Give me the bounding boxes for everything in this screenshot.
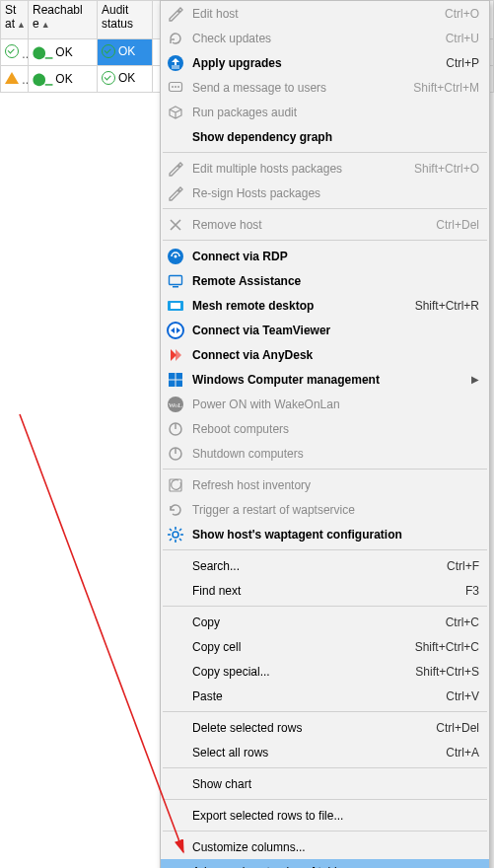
cell-reachable[interactable]: ⬤⎯ OK [29,66,98,93]
svg-point-23 [173,532,178,538]
blank-icon [165,661,186,683]
mesh-icon [165,295,186,317]
col-reachable[interactable]: Reachable▲ [29,1,98,39]
menu-item-find-next[interactable]: Find nextF3 [161,578,489,603]
refresh-icon [165,28,186,49]
svg-line-31 [170,539,172,541]
menu-item-copy[interactable]: CopyCtrl+C [161,610,489,634]
context-menu: Edit hostCtrl+OCheck updatesCtrl+UApply … [160,0,490,868]
svg-rect-7 [170,275,182,284]
menu-separator [163,549,487,550]
menu-item-paste[interactable]: PasteCtrl+V [161,684,489,708]
menu-item-shortcut: Shift+Ctrl+R [415,299,479,313]
menu-item-select-all[interactable]: Select all rowsCtrl+A [161,740,489,764]
menu-item-label: Apply upgrades [192,56,446,70]
menu-item-win-mgmt[interactable]: Windows Computer management▶ [161,367,489,392]
menu-item-shortcut: Ctrl+F [447,559,479,573]
cell-reachable[interactable]: ⬤⎯ OK [29,39,98,66]
menu-item-rdp[interactable]: Connect via RDP [161,244,489,268]
menu-separator [163,469,487,470]
menu-item-refresh-inv[interactable]: Refresh host inventory [161,472,489,497]
svg-rect-13 [176,373,183,380]
power-icon [165,443,186,465]
pencil-icon [165,158,186,180]
menu-item-shortcut: Shift+Ctrl+C [415,640,479,654]
menu-item-delete-rows[interactable]: Delete selected rowsCtrl+Del [161,715,489,740]
svg-rect-10 [171,303,180,309]
header-label: Auditstatus [102,3,133,31]
blank-icon [165,861,186,869]
blank-icon [165,636,186,658]
menu-item-label: Mesh remote desktop [192,299,415,313]
menu-item-shortcut: Ctrl+A [446,746,479,760]
menu-item-label: Connect via AnyDesk [192,348,479,362]
menu-item-copy-cell[interactable]: Copy cellShift+Ctrl+C [161,634,489,659]
anydesk-icon [165,344,186,366]
menu-item-export[interactable]: Export selected rows to file... [161,803,489,828]
inventory-icon [165,474,186,496]
menu-item-teamviewer[interactable]: Connect via TeamViewer [161,318,489,342]
menu-item-show-chart[interactable]: Show chart [161,771,489,796]
menu-item-wol[interactable]: WoLPower ON with WakeOnLan [161,392,489,416]
cell-audit[interactable]: OK [98,39,153,66]
cell-status[interactable]: ... [1,66,29,93]
menu-item-shortcut: Ctrl+Del [436,218,479,232]
menu-item-edit-host[interactable]: Edit hostCtrl+O [161,1,489,26]
menu-item-check-updates[interactable]: Check updatesCtrl+U [161,26,489,50]
menu-item-mesh[interactable]: Mesh remote desktopShift+Ctrl+R [161,293,489,318]
svg-rect-12 [169,373,176,380]
sort-asc-icon: ▲ [41,20,50,30]
menu-item-anydesk[interactable]: Connect via AnyDesk [161,342,489,367]
blank-icon [165,612,186,633]
menu-item-label: Export selected rows to file... [192,809,479,823]
audit-ok-icon [102,71,115,85]
menu-item-shortcut: Shift+Ctrl+O [414,162,479,176]
menu-separator [163,606,487,607]
cell-audit[interactable]: OK [98,66,153,93]
menu-item-agent-config[interactable]: Show host's waptagent configuration [161,522,489,546]
menu-item-advanced-customize[interactable]: Advanced customize of table... [161,859,489,868]
menu-item-shortcut: Shift+Ctrl+S [415,665,479,679]
menu-item-edit-multiple[interactable]: Edit multiple hosts packagesShift+Ctrl+O [161,156,489,181]
menu-item-label: Copy special... [192,665,415,679]
menu-item-label: Show host's waptagent configuration [192,528,479,542]
menu-item-label: Connect via TeamViewer [192,324,479,337]
svg-text:WoL: WoL [169,401,182,409]
menu-item-restart-svc[interactable]: Trigger a restart of waptservice [161,497,489,522]
col-audit[interactable]: Auditstatus [98,1,153,39]
plug-icon: ⬤⎯ [33,45,52,59]
col-status[interactable]: Stat▲ [1,1,29,39]
menu-item-label: Customize columns... [192,840,479,854]
upgrade-icon [165,52,186,74]
menu-item-send-message[interactable]: Send a message to usersShift+Ctrl+M [161,75,489,100]
menu-item-copy-special[interactable]: Copy special...Shift+Ctrl+S [161,659,489,684]
menu-item-apply-upgrades[interactable]: Apply upgradesCtrl+P [161,50,489,75]
cell-status[interactable]: ... [1,39,29,66]
blank-icon [165,580,186,602]
menu-item-reboot[interactable]: Reboot computers [161,416,489,441]
header-label: Reachable [33,3,83,31]
menu-item-show-dep[interactable]: Show dependency graph [161,124,489,149]
svg-line-29 [179,539,181,541]
menu-item-shortcut: Ctrl+C [446,615,479,629]
menu-item-shutdown[interactable]: Shutdown computers [161,441,489,466]
menu-item-resign[interactable]: Re-sign Hosts packages [161,181,489,205]
status-dots: ... [22,47,28,61]
menu-item-remote-assist[interactable]: Remote Assistance [161,268,489,293]
status-dots: ... [22,73,28,87]
menu-item-customize-cols[interactable]: Customize columns... [161,834,489,859]
menu-item-search[interactable]: Search...Ctrl+F [161,553,489,578]
menu-item-remove[interactable]: Remove hostCtrl+Del [161,212,489,237]
menu-separator [163,711,487,712]
menu-item-label: Shutdown computers [192,447,479,461]
svg-rect-8 [173,286,178,288]
menu-item-shortcut: Ctrl+U [446,32,479,45]
blank-icon [165,717,186,739]
menu-item-label: Remote Assistance [192,274,479,288]
menu-item-label: Connect via RDP [192,250,479,263]
menu-item-run-audit[interactable]: Run packages audit [161,100,489,124]
menu-item-label: Search... [192,559,447,573]
svg-point-2 [172,86,174,88]
svg-point-4 [177,86,179,88]
menu-item-label: Check updates [192,32,446,45]
